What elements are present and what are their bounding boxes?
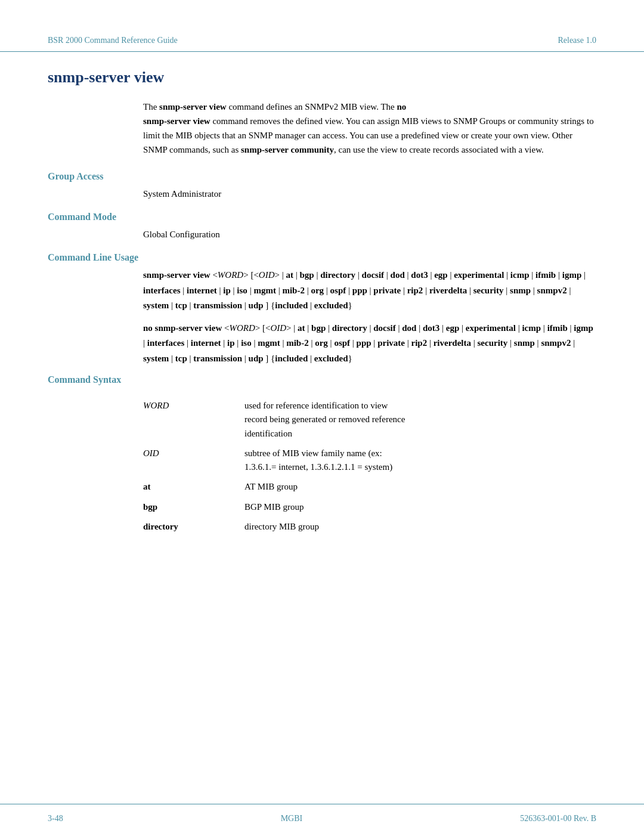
syntax-desc-bgp: BGP MIB group <box>244 497 596 517</box>
intro-paragraph: The snmp-server view command defines an … <box>143 100 596 157</box>
syntax-term-directory: directory <box>143 517 244 537</box>
header-left: BSR 2000 Command Reference Guide <box>48 36 178 45</box>
syntax-table: WORD used for reference identification t… <box>143 396 596 537</box>
bold-snmp-server-view-2: snmp-server view <box>143 116 210 126</box>
syntax-row-at: at AT MIB group <box>143 477 596 497</box>
syntax-row-directory: directory directory MIB group <box>143 517 596 537</box>
command-line-usage-body: snmp-server view <WORD> [<OID> | at | bg… <box>143 268 596 366</box>
syntax-term-oid: OID <box>143 444 244 478</box>
syntax-row-bgp: bgp BGP MIB group <box>143 497 596 517</box>
cmd1: snmp-server view <WORD> [<OID> | at | bg… <box>143 268 596 314</box>
bold-snmp-server-view-1: snmp-server view <box>159 102 227 112</box>
group-access-section: Group Access System Administrator <box>48 171 596 201</box>
header-right: Release 1.0 <box>558 36 596 45</box>
footer-right: 526363-001-00 Rev. B <box>520 814 596 823</box>
command-mode-heading: Command Mode <box>48 212 596 222</box>
page-footer: 3-48 MGBI 526363-001-00 Rev. B <box>0 804 644 833</box>
syntax-term-bgp: bgp <box>143 497 244 517</box>
syntax-row-oid: OID subtree of MIB view family name (ex:… <box>143 444 596 478</box>
page-title: snmp-server view <box>48 69 596 86</box>
footer-center: MGBI <box>281 814 303 823</box>
page: BSR 2000 Command Reference Guide Release… <box>0 0 644 833</box>
group-access-heading: Group Access <box>48 171 596 182</box>
bold-snmp-server-community: snmp-server community <box>241 145 334 154</box>
footer-left: 3-48 <box>48 814 63 823</box>
syntax-desc-at: AT MIB group <box>244 477 596 497</box>
syntax-term-at: at <box>143 477 244 497</box>
command-mode-section: Command Mode Global Configuration <box>48 212 596 241</box>
bold-no: no <box>397 102 407 112</box>
syntax-desc-directory: directory MIB group <box>244 517 596 537</box>
command-syntax-heading: Command Syntax <box>48 374 596 385</box>
main-content: snmp-server view The snmp-server view co… <box>0 69 644 804</box>
page-header: BSR 2000 Command Reference Guide Release… <box>0 0 644 52</box>
cmd2: no snmp-server view <WORD> [<OID> | at |… <box>143 321 596 367</box>
group-access-body: System Administrator <box>143 187 596 201</box>
command-mode-body: Global Configuration <box>143 227 596 241</box>
syntax-desc-word: used for reference identification to vie… <box>244 396 596 444</box>
command-line-usage-heading: Command Line Usage <box>48 252 596 263</box>
syntax-desc-oid: subtree of MIB view family name (ex:1.3.… <box>244 444 596 478</box>
command-syntax-section: Command Syntax WORD used for reference i… <box>48 374 596 537</box>
syntax-term-word: WORD <box>143 396 244 444</box>
syntax-row-word: WORD used for reference identification t… <box>143 396 596 444</box>
command-line-usage-section: Command Line Usage snmp-server view <WOR… <box>48 252 596 366</box>
